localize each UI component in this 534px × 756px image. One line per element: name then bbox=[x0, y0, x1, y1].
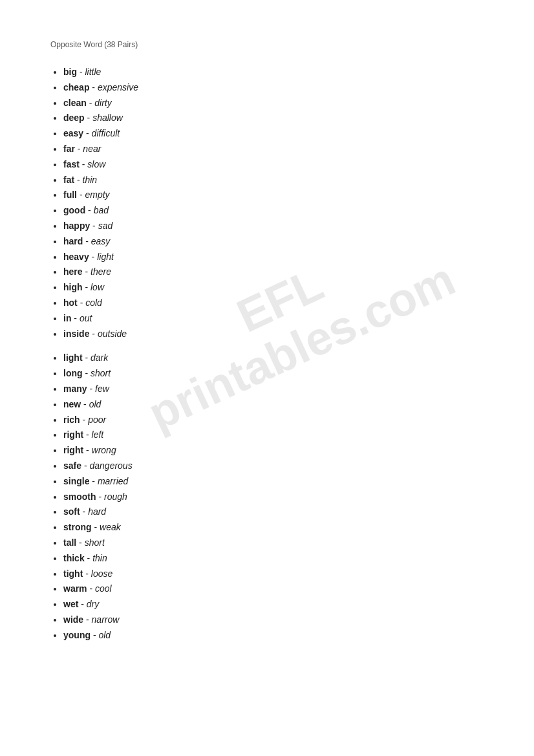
dash: - bbox=[81, 399, 89, 409]
bold-word: happy bbox=[63, 221, 90, 231]
list-item: easy - difficult bbox=[63, 126, 508, 142]
list-item: good - bad bbox=[63, 203, 508, 219]
list-item: single - married bbox=[63, 474, 508, 490]
bold-word: smooth bbox=[63, 491, 96, 502]
list-item: tight - loose bbox=[63, 567, 508, 582]
bold-word: tall bbox=[63, 537, 76, 548]
italic-word: difficult bbox=[92, 128, 120, 138]
list-item: hard - easy bbox=[63, 234, 508, 250]
bold-word: hot bbox=[63, 297, 78, 308]
bold-word: cheap bbox=[63, 82, 89, 92]
dash: - bbox=[71, 313, 79, 323]
italic-word: outside bbox=[98, 329, 127, 339]
bold-word: fast bbox=[63, 159, 80, 169]
bold-word: single bbox=[63, 476, 89, 486]
bold-word: strong bbox=[63, 522, 92, 532]
dash: - bbox=[83, 568, 91, 579]
bold-word: rich bbox=[63, 415, 80, 425]
word-list-group1: big - littlecheap - expensiveclean - dir… bbox=[50, 65, 508, 341]
dash: - bbox=[90, 221, 98, 231]
dash: - bbox=[85, 553, 92, 563]
dash: - bbox=[83, 445, 91, 455]
bold-word: in bbox=[63, 313, 71, 323]
dash: - bbox=[81, 460, 89, 471]
bold-word: right bbox=[63, 445, 83, 455]
page-title: Opposite Word (38 Pairs) bbox=[50, 40, 138, 49]
italic-word: dangerous bbox=[89, 460, 132, 471]
bold-word: soft bbox=[63, 506, 80, 517]
italic-word: rough bbox=[104, 491, 127, 502]
italic-word: dark bbox=[91, 352, 108, 363]
italic-word: bad bbox=[94, 205, 109, 215]
italic-word: near bbox=[83, 144, 101, 154]
list-item: in - out bbox=[63, 311, 508, 327]
italic-word: low bbox=[91, 282, 104, 292]
bold-word: long bbox=[63, 368, 83, 378]
dash: - bbox=[80, 506, 88, 517]
bold-word: many bbox=[63, 383, 87, 394]
list-item: young - old bbox=[63, 628, 508, 643]
list-item: many - few bbox=[63, 382, 508, 397]
italic-word: easy bbox=[91, 236, 111, 246]
bold-word: easy bbox=[63, 128, 83, 138]
dash: - bbox=[80, 159, 87, 169]
italic-word: thin bbox=[83, 175, 98, 185]
list-item: warm - cool bbox=[63, 581, 508, 597]
list-item: inside - outside bbox=[63, 327, 508, 342]
list-item: deep - shallow bbox=[63, 111, 508, 126]
dash: - bbox=[87, 583, 95, 594]
italic-word: old bbox=[98, 630, 111, 640]
bold-word: clean bbox=[63, 98, 87, 108]
italic-word: shallow bbox=[92, 113, 123, 123]
bold-word: thick bbox=[63, 553, 85, 563]
italic-word: little bbox=[85, 67, 101, 77]
list-item: big - little bbox=[63, 65, 508, 80]
list-item: far - near bbox=[63, 142, 508, 157]
dash: - bbox=[76, 537, 84, 548]
italic-word: expensive bbox=[98, 82, 138, 92]
dash: - bbox=[77, 67, 85, 77]
list-item: tall - short bbox=[63, 535, 508, 551]
dash: - bbox=[83, 352, 91, 363]
bold-word: young bbox=[63, 630, 91, 640]
dash: - bbox=[85, 205, 93, 215]
bold-word: here bbox=[63, 266, 83, 277]
bold-word: warm bbox=[63, 583, 87, 594]
list-item: right - wrong bbox=[63, 443, 508, 459]
list-item: clean - dirty bbox=[63, 96, 508, 111]
list-item: full - empty bbox=[63, 188, 508, 203]
bold-word: hard bbox=[63, 236, 83, 246]
list-item: thick - thin bbox=[63, 551, 508, 567]
dash: - bbox=[89, 329, 97, 339]
dash: - bbox=[89, 252, 97, 262]
bold-word: heavy bbox=[63, 252, 89, 262]
dash: - bbox=[80, 415, 88, 425]
dash: - bbox=[96, 491, 104, 502]
list-item: long - short bbox=[63, 366, 508, 382]
dash: - bbox=[83, 128, 91, 138]
dash: - bbox=[78, 599, 86, 609]
list-item: high - low bbox=[63, 280, 508, 296]
dash: - bbox=[77, 189, 85, 200]
italic-word: short bbox=[91, 368, 111, 378]
bold-word: safe bbox=[63, 460, 81, 471]
bold-word: full bbox=[63, 189, 77, 200]
bold-word: high bbox=[63, 282, 83, 292]
dash: - bbox=[78, 297, 85, 308]
dash: - bbox=[87, 98, 94, 108]
bold-word: deep bbox=[63, 113, 85, 123]
dash: - bbox=[92, 522, 100, 532]
italic-word: thin bbox=[92, 553, 107, 563]
list-item: fast - slow bbox=[63, 157, 508, 173]
list-item: here - there bbox=[63, 265, 508, 280]
italic-word: short bbox=[85, 537, 105, 548]
list-item: wet - dry bbox=[63, 597, 508, 612]
italic-word: hard bbox=[88, 506, 106, 517]
italic-word: loose bbox=[91, 568, 112, 579]
bold-word: light bbox=[63, 352, 83, 363]
content: big - littlecheap - expensiveclean - dir… bbox=[50, 65, 508, 643]
list-item: hot - cold bbox=[63, 296, 508, 311]
dash: - bbox=[83, 429, 91, 440]
list-item: smooth - rough bbox=[63, 490, 508, 505]
dash: - bbox=[85, 113, 92, 123]
